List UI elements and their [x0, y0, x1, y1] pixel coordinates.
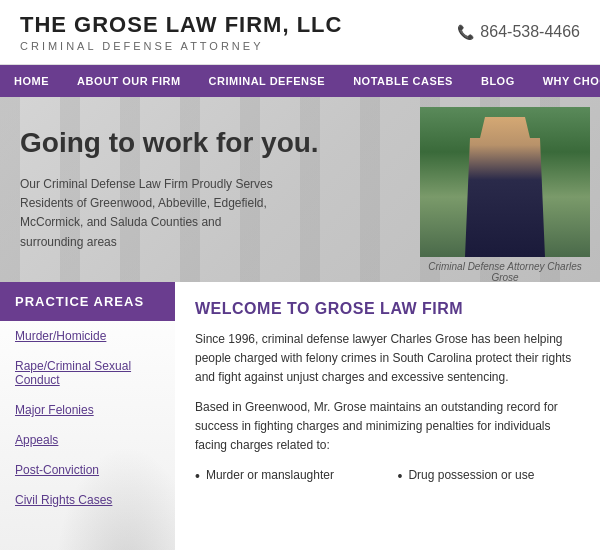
navbar: HOME ABOUT OUR FIRM CRIMINAL DEFENSE NOT…: [0, 65, 600, 97]
bullet-item-right-0: • Drug possession or use: [398, 465, 581, 488]
bullet-dot-right: •: [398, 468, 403, 485]
sidebar-item-appeals[interactable]: Appeals: [0, 425, 175, 455]
bullet-section: • Murder or manslaughter • Drug possessi…: [195, 465, 580, 488]
firm-info: THE GROSE LAW FIRM, LLC CRIMINAL DEFENSE…: [20, 12, 342, 52]
nav-criminal-defense[interactable]: CRIMINAL DEFENSE: [195, 65, 340, 97]
phone-icon: 📞: [457, 24, 474, 40]
phone-number: 864-538-4466: [480, 23, 580, 41]
welcome-paragraph-2: Based in Greenwood, Mr. Grose maintains …: [195, 398, 580, 456]
firm-tagline: CRIMINAL DEFENSE ATTORNEY: [20, 40, 342, 52]
sidebar-item-rape[interactable]: Rape/Criminal Sexual Conduct: [0, 351, 175, 395]
sidebar: PRACTICE AREAS Murder/Homicide Rape/Crim…: [0, 282, 175, 550]
sidebar-header: PRACTICE AREAS: [0, 282, 175, 321]
welcome-title: WELCOME TO GROSE LAW FIRM: [195, 300, 580, 318]
bottom-section: PRACTICE AREAS Murder/Homicide Rape/Crim…: [0, 282, 600, 550]
sidebar-item-murder[interactable]: Murder/Homicide: [0, 321, 175, 351]
sidebar-item-civil-rights[interactable]: Civil Rights Cases: [0, 485, 175, 515]
nav-why-choose-us[interactable]: WHY CHOOSE US: [529, 65, 600, 97]
hero-text-area: Going to work for you. Our Criminal Defe…: [0, 97, 410, 282]
nav-notable-cases[interactable]: NOTABLE CASES: [339, 65, 467, 97]
header: THE GROSE LAW FIRM, LLC CRIMINAL DEFENSE…: [0, 0, 600, 65]
bullet-col-left: • Murder or manslaughter: [195, 465, 378, 488]
welcome-paragraph-1: Since 1996, criminal defense lawyer Char…: [195, 330, 580, 388]
hero-heading: Going to work for you.: [20, 127, 390, 159]
sidebar-item-post-conviction[interactable]: Post-Conviction: [0, 455, 175, 485]
nav-about[interactable]: ABOUT OUR FIRM: [63, 65, 195, 97]
nav-blog[interactable]: BLOG: [467, 65, 529, 97]
nav-home[interactable]: HOME: [0, 65, 63, 97]
bullet-item-left-0: • Murder or manslaughter: [195, 465, 378, 488]
firm-name: THE GROSE LAW FIRM, LLC: [20, 12, 342, 38]
phone-display: 📞 864-538-4466: [457, 23, 580, 41]
bullet-dot: •: [195, 468, 200, 485]
attorney-photo: [420, 107, 590, 257]
hero-image-container: Criminal Defense Attorney Charles Grose: [410, 97, 600, 282]
hero-section: Going to work for you. Our Criminal Defe…: [0, 97, 600, 282]
hero-description: Our Criminal Defense Law Firm Proudly Se…: [20, 175, 280, 252]
main-content: WELCOME TO GROSE LAW FIRM Since 1996, cr…: [175, 282, 600, 550]
sidebar-item-felonies[interactable]: Major Felonies: [0, 395, 175, 425]
bullet-col-right: • Drug possession or use: [398, 465, 581, 488]
image-caption: Criminal Defense Attorney Charles Grose: [420, 261, 590, 282]
